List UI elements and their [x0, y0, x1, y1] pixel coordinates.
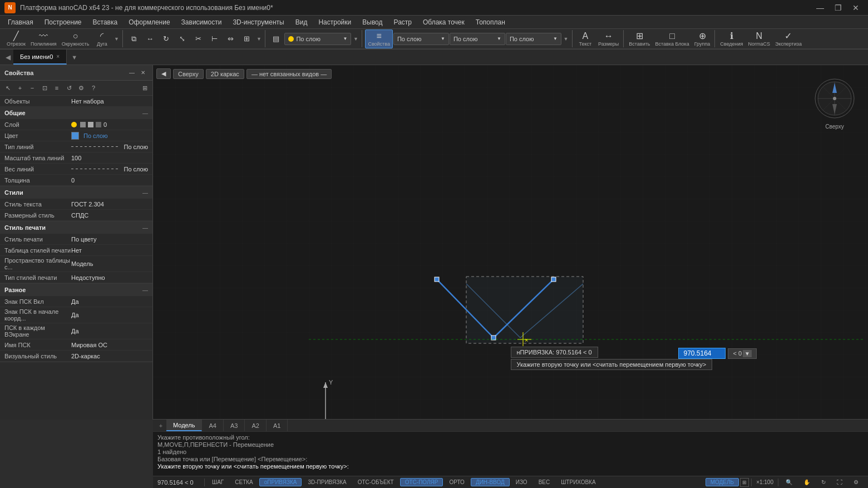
tool-move[interactable]: ↔ — [142, 31, 157, 47]
menu-rastr[interactable]: Растр — [388, 17, 417, 28]
linetype-text: По слою — [124, 144, 149, 150]
menu-vstavka[interactable]: Вставка — [87, 17, 124, 28]
tool-okruzhnost[interactable]: ○ Окружность — [60, 30, 92, 48]
tab-dropdown[interactable]: ▼ — [67, 53, 82, 62]
props-tool-settings[interactable]: ⚙ — [76, 82, 87, 93]
status-btn-ves[interactable]: ВЕС — [534, 478, 555, 486]
app-container: N Платформа нanoCAD x64 23 - не для комм… — [0, 0, 868, 488]
toolbar-drawing-dropdown[interactable]: ▼ — [112, 31, 120, 47]
btab-icon-add[interactable]: + — [155, 420, 166, 431]
menu-vyvod[interactable]: Вывод — [357, 17, 388, 28]
menu-vid[interactable]: Вид — [290, 17, 313, 28]
menu-nastroyki[interactable]: Настройки — [313, 17, 357, 28]
section-general-header[interactable]: Общие — — [0, 107, 152, 119]
menu-glavnaya[interactable]: Главная — [2, 17, 39, 28]
tab-bez-imeni0[interactable]: Без имени0 × — [13, 50, 67, 65]
toolbar-layers-dropdown[interactable]: ▼ — [352, 31, 359, 47]
status-pan-btn[interactable]: ✋ — [798, 478, 815, 486]
section-styles-header[interactable]: Стили — — [0, 186, 152, 199]
toolbar-props-dropdown[interactable]: ▼ — [562, 31, 570, 47]
win-restore-button[interactable]: ❐ — [830, 2, 846, 13]
win-close-button[interactable]: ✕ — [848, 2, 864, 13]
status-model-icon[interactable]: ⊞ — [740, 478, 749, 487]
menu-oformlenie[interactable]: Оформление — [123, 17, 175, 28]
section-misc-header[interactable]: Разное — — [0, 284, 152, 296]
tool-otrezok[interactable]: ╱ Отрезок — [4, 29, 28, 48]
tool-mirror[interactable]: ⇔ — [223, 31, 238, 47]
tool-array[interactable]: ⊞ — [239, 31, 254, 47]
props-tool-select[interactable]: ↖ — [2, 82, 13, 93]
status-btn-shag[interactable]: ШАГ — [207, 478, 229, 486]
menu-postroenie[interactable]: Построение — [39, 17, 87, 28]
panel-close-btn[interactable]: ✕ — [138, 68, 148, 78]
canvas-area[interactable]: ◀ Сверху 2D каркас — нет связанных видов… — [153, 65, 868, 419]
props-tool-remove[interactable]: − — [27, 82, 38, 93]
tool-duga[interactable]: ◜ Дуга — [92, 29, 112, 48]
coord-input-x[interactable] — [678, 348, 726, 359]
color-dropdown-1[interactable]: По слою ▼ — [393, 33, 449, 45]
view-2d-karkaz[interactable]: 2D каркас — [206, 69, 244, 79]
status-btn-izo[interactable]: ИЗО — [511, 478, 532, 486]
status-btn-ots-object[interactable]: ОТС-ОБЪЕКТ — [353, 478, 399, 486]
tool-razmery[interactable]: ↔ Размеры — [596, 30, 621, 48]
props-tool-help[interactable]: ? — [88, 82, 99, 93]
btab-a2[interactable]: A2 — [245, 420, 266, 431]
layer-dropdown[interactable]: По слою ▼ — [284, 33, 351, 45]
btab-a3[interactable]: A3 — [224, 420, 245, 431]
handle-tr[interactable] — [551, 277, 556, 282]
tab-nav-prev[interactable]: ◀ — [2, 52, 13, 63]
menu-topolan[interactable]: Топоплан — [470, 17, 511, 28]
props-tool-list[interactable]: ≡ — [51, 82, 62, 93]
status-orbit-btn[interactable]: ↻ — [816, 478, 831, 486]
menu-oblaka[interactable]: Облака точек — [417, 17, 470, 28]
coord-toggle[interactable]: ▼ — [743, 350, 752, 357]
tool-poliliniya[interactable]: 〰 Полилиния — [28, 30, 59, 48]
layer-manager[interactable]: ▤ — [268, 31, 284, 47]
tool-text[interactable]: A Текст — [575, 30, 595, 48]
tab-close[interactable]: × — [56, 53, 60, 60]
status-zoom-btn[interactable]: 🔍 — [781, 478, 797, 486]
tool-vstavit[interactable]: ⊞ Вставить — [627, 29, 652, 48]
status-btn-orto[interactable]: ОРТО — [444, 478, 469, 486]
menu-zavisimosti[interactable]: Зависимости — [176, 17, 228, 28]
toolbar-edit-dropdown[interactable]: ▼ — [255, 31, 263, 47]
tool-rotate[interactable]: ↻ — [158, 31, 174, 47]
menu-3d[interactable]: 3D-инструменты — [227, 17, 289, 28]
tool-trim[interactable]: ✂ — [190, 31, 206, 47]
props-tool-add[interactable]: + — [14, 82, 26, 93]
layer-dropdown-2[interactable]: По слою ▼ — [506, 33, 561, 45]
tool-vstavka-bloka[interactable]: □ Вставка Блока — [653, 30, 691, 48]
btab-a1[interactable]: A1 — [267, 420, 288, 431]
btab-model[interactable]: Модель — [166, 420, 202, 431]
win-minimize-button[interactable]: — — [812, 2, 828, 13]
view-nav-back[interactable]: ◀ — [156, 68, 171, 79]
props-tool-clear[interactable]: ⊡ — [39, 82, 50, 93]
status-btn-din-vvod[interactable]: ДИН-ВВОД — [471, 478, 510, 486]
view-sverhu[interactable]: Сверху — [173, 69, 204, 79]
panel-collapse-btn[interactable]: — — [127, 68, 137, 78]
props-tool-refresh[interactable]: ↺ — [63, 82, 75, 93]
props-tool-extra[interactable]: ⊞ — [139, 82, 150, 93]
btab-a4[interactable]: A4 — [202, 420, 223, 431]
tool-extend[interactable]: ⊢ — [206, 31, 222, 47]
status-btn-setka[interactable]: СЕТКА — [230, 478, 258, 486]
tool-gruppa[interactable]: ⊕ Группа — [692, 29, 713, 48]
tool-copy[interactable]: ⧉ — [126, 31, 141, 47]
tool-scale[interactable]: ⤡ — [174, 31, 190, 47]
status-model-label[interactable]: МОДЕЛЬ — [706, 478, 739, 486]
color-dropdown-2[interactable]: По слою ▼ — [450, 33, 505, 45]
status-btn-shtrih[interactable]: ШТРИХОВКА — [556, 478, 600, 486]
view-no-linked[interactable]: — нет связанных видов — — [246, 69, 332, 79]
status-btn-ots-polyar[interactable]: ОТС-ПОЛЯР — [400, 478, 443, 486]
section-print-header[interactable]: Стиль печати — — [0, 221, 152, 234]
toolbar-group-text: A Текст ↔ Размеры — [573, 30, 624, 47]
handle-tl[interactable] — [435, 277, 439, 282]
tool-ekspertiza[interactable]: ✓ Экспертиза — [773, 29, 804, 48]
status-btn-3dprivyazka[interactable]: 3D-ПРИВЯЗКА — [303, 478, 351, 486]
status-settings-btn[interactable]: ⚙ — [849, 478, 864, 486]
status-fullscreen-btn[interactable]: ⛶ — [832, 478, 847, 486]
tool-normacs[interactable]: N NormaCS — [746, 30, 772, 48]
status-btn-oprivyazka[interactable]: оПРИВЯЗКА — [259, 478, 302, 486]
tool-svedeniya[interactable]: ℹ Сведения — [718, 29, 745, 48]
tool-svoystva[interactable]: ≡ Свойства — [365, 29, 393, 48]
